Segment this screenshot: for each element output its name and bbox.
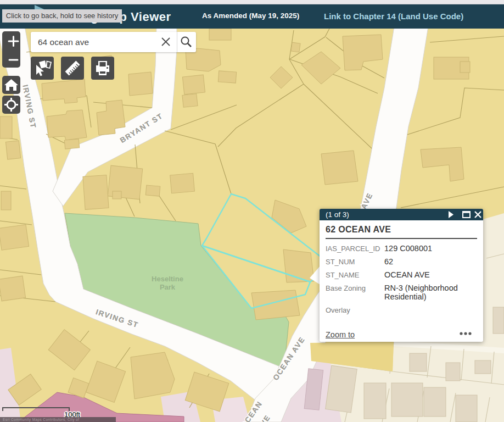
svg-text:Heseltine: Heseltine bbox=[152, 275, 183, 283]
svg-text:Park: Park bbox=[160, 283, 176, 291]
